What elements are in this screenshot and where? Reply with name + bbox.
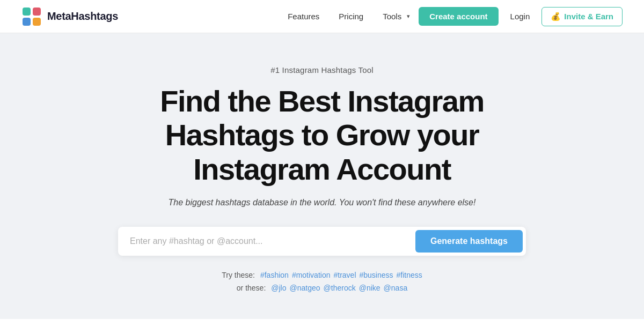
invite-earn-label: Invite & Earn [564,12,613,21]
suggestion-fitness[interactable]: #fitness [397,271,422,279]
hashtag-suggestions-row: Try these: #fashion #motivation #travel … [222,271,422,279]
suggestion-nasa[interactable]: @nasa [384,284,408,292]
login-button[interactable]: Login [505,8,536,25]
hero-subtitle: #1 Instagram Hashtags Tool [270,65,374,75]
navbar-nav: Features Pricing Tools ▾ [280,8,410,25]
hero-section: #1 Instagram Hashtags Tool Find the Best… [0,33,644,314]
create-account-button[interactable]: Create account [419,7,498,26]
search-input[interactable] [121,230,415,253]
hero-title: Find the Best Instagram Hashtags to Grow… [118,84,526,186]
brand-logo[interactable]: MetaHashtags [21,6,118,27]
hero-description: The biggest hashtags database in the wor… [169,198,476,207]
nav-tools-label: Tools [375,8,405,25]
nav-pricing[interactable]: Pricing [331,8,371,25]
suggestion-travel[interactable]: #travel [333,271,356,279]
svg-rect-1 [33,8,41,16]
or-these-label: or these: [237,284,266,292]
svg-rect-3 [33,18,41,26]
chevron-down-icon: ▾ [407,13,410,20]
suggestion-business[interactable]: #business [360,271,393,279]
navbar: MetaHashtags Features Pricing Tools ▾ Cr… [0,0,644,33]
suggestion-jlo[interactable]: @jlo [271,284,286,292]
nav-features[interactable]: Features [280,8,327,25]
nav-tools-dropdown[interactable]: Tools ▾ [375,8,410,25]
money-bag-icon: 💰 [551,12,561,21]
navbar-actions: Create account Login 💰 Invite & Earn [419,7,623,26]
suggestion-therock[interactable]: @therock [324,284,356,292]
suggestion-natgeo[interactable]: @natgeo [290,284,320,292]
svg-rect-2 [23,18,31,26]
suggestion-motivation[interactable]: #motivation [292,271,331,279]
suggestion-fashion[interactable]: #fashion [260,271,289,279]
invite-earn-button[interactable]: 💰 Invite & Earn [541,7,623,26]
account-suggestions-row: or these: @jlo @natgeo @therock @nike @n… [237,284,407,292]
suggestion-nike[interactable]: @nike [359,284,380,292]
brand-name: MetaHashtags [47,10,118,23]
svg-rect-0 [23,8,31,16]
suggestions-section: Try these: #fashion #motivation #travel … [222,271,422,292]
search-form: Generate hashtags [118,227,526,256]
try-these-label: Try these: [222,271,255,279]
logo-icon [21,6,42,27]
generate-hashtags-button[interactable]: Generate hashtags [415,230,523,253]
bottom-white-section [0,319,644,334]
